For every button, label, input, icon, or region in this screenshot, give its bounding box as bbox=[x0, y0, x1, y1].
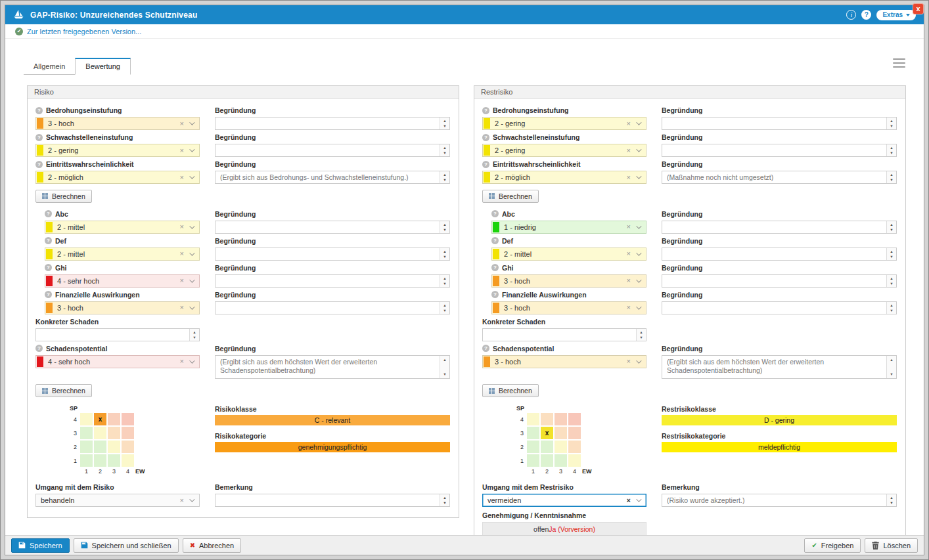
rating-select[interactable]: 2 - gering bbox=[482, 144, 646, 157]
spinner-up-icon[interactable] bbox=[443, 223, 446, 226]
berechnen-button[interactable]: Berechnen bbox=[35, 384, 92, 397]
clear-icon[interactable] bbox=[180, 304, 184, 311]
spinner-down-icon[interactable] bbox=[890, 501, 893, 505]
chevron-down-icon[interactable] bbox=[636, 173, 641, 179]
help-icon[interactable]: ? bbox=[861, 10, 871, 20]
rating-select[interactable]: 3 - hoch bbox=[45, 301, 200, 314]
spinner-down-icon[interactable] bbox=[890, 178, 893, 182]
help-icon[interactable] bbox=[35, 134, 43, 141]
help-icon[interactable] bbox=[35, 107, 43, 114]
spinner-up-icon[interactable] bbox=[890, 276, 893, 280]
abbrechen-button[interactable]: Abbrechen bbox=[183, 538, 242, 553]
konkreter-schaden-input[interactable] bbox=[482, 328, 646, 341]
list-view-icon[interactable] bbox=[893, 58, 905, 68]
spinner-up-icon[interactable] bbox=[443, 303, 446, 307]
berechnen-button[interactable]: Berechnen bbox=[35, 190, 92, 203]
begruendung-input[interactable] bbox=[215, 248, 450, 261]
spinner-down-icon[interactable] bbox=[890, 309, 893, 312]
help-icon[interactable] bbox=[491, 237, 499, 244]
chevron-down-icon[interactable] bbox=[636, 146, 641, 152]
spinner-down-icon[interactable] bbox=[443, 372, 446, 376]
clear-icon[interactable] bbox=[627, 277, 631, 284]
spinner[interactable] bbox=[886, 171, 896, 183]
begruendung-input[interactable] bbox=[662, 117, 897, 130]
begruendung-input[interactable] bbox=[215, 274, 450, 288]
spinner[interactable] bbox=[886, 356, 896, 378]
bemerkung-input[interactable] bbox=[215, 494, 450, 507]
help-icon[interactable] bbox=[482, 107, 489, 114]
spinner-down-icon[interactable] bbox=[443, 151, 446, 155]
spinner-down-icon[interactable] bbox=[639, 335, 643, 339]
spinner[interactable] bbox=[886, 494, 896, 506]
spinner-up-icon[interactable] bbox=[890, 119, 893, 123]
help-icon[interactable] bbox=[45, 264, 52, 271]
clear-icon[interactable] bbox=[180, 174, 184, 181]
spinner[interactable] bbox=[886, 221, 896, 233]
chevron-down-icon[interactable] bbox=[636, 223, 641, 228]
loeschen-button[interactable]: Löschen bbox=[865, 538, 918, 553]
spinner[interactable] bbox=[886, 144, 896, 156]
spinner-down-icon[interactable] bbox=[443, 228, 446, 232]
begruendung-input[interactable]: (Ergibt sich aus Bedrohungs- und Schwach… bbox=[215, 171, 450, 184]
spinner-up-icon[interactable] bbox=[890, 303, 893, 307]
spinner[interactable] bbox=[886, 248, 896, 260]
spinner-down-icon[interactable] bbox=[443, 282, 446, 286]
spinner[interactable] bbox=[886, 302, 896, 314]
spinner-up-icon[interactable] bbox=[443, 496, 446, 500]
begruendung-input[interactable] bbox=[662, 221, 897, 234]
help-icon[interactable] bbox=[35, 161, 43, 168]
spinner[interactable] bbox=[440, 248, 449, 260]
berechnen-button[interactable]: Berechnen bbox=[482, 384, 539, 397]
spinner-down-icon[interactable] bbox=[443, 309, 446, 312]
help-icon[interactable] bbox=[35, 345, 43, 352]
chevron-down-icon[interactable] bbox=[636, 358, 641, 363]
begruendung-input[interactable] bbox=[215, 221, 450, 234]
umgang-select[interactable]: behandeln bbox=[35, 494, 200, 507]
clear-icon[interactable] bbox=[627, 223, 631, 230]
freigeben-button[interactable]: Freigeben bbox=[804, 538, 861, 553]
spinner-down-icon[interactable] bbox=[443, 124, 446, 128]
spinner-up-icon[interactable] bbox=[890, 173, 893, 177]
extras-button[interactable]: Extras bbox=[876, 10, 916, 20]
clear-icon[interactable] bbox=[180, 147, 184, 154]
spinner-down-icon[interactable] bbox=[193, 335, 196, 339]
spinner-up-icon[interactable] bbox=[639, 330, 643, 334]
begruendung-input[interactable] bbox=[215, 301, 450, 314]
chevron-down-icon[interactable] bbox=[189, 250, 194, 255]
konkreter-schaden-input[interactable] bbox=[35, 328, 200, 341]
spinner-up-icon[interactable] bbox=[890, 249, 893, 253]
spinner[interactable] bbox=[440, 494, 449, 506]
clear-icon[interactable] bbox=[627, 304, 631, 311]
spinner-up-icon[interactable] bbox=[890, 358, 893, 362]
help-icon[interactable] bbox=[482, 345, 489, 352]
spinner-up-icon[interactable] bbox=[443, 173, 446, 177]
begruendung-input[interactable] bbox=[215, 144, 450, 157]
help-icon[interactable] bbox=[45, 237, 52, 244]
spinner-up-icon[interactable] bbox=[443, 249, 446, 253]
chevron-down-icon[interactable] bbox=[189, 358, 194, 363]
spinner-down-icon[interactable] bbox=[890, 124, 893, 128]
spinner[interactable] bbox=[440, 275, 449, 287]
rating-select[interactable]: 3 - hoch bbox=[482, 355, 646, 368]
spinner-down-icon[interactable] bbox=[443, 178, 446, 182]
clear-icon[interactable] bbox=[627, 147, 631, 154]
chevron-down-icon[interactable] bbox=[636, 496, 641, 502]
clear-icon[interactable] bbox=[627, 358, 631, 365]
chevron-down-icon[interactable] bbox=[189, 146, 194, 152]
speichern-button[interactable]: Speichern bbox=[11, 538, 70, 553]
clear-icon[interactable] bbox=[180, 223, 184, 230]
help-icon[interactable] bbox=[491, 291, 499, 298]
spinner-up-icon[interactable] bbox=[443, 146, 446, 150]
rating-select[interactable]: 2 - gering bbox=[482, 117, 646, 130]
tab-bewertung[interactable]: Bewertung bbox=[75, 58, 131, 75]
chevron-down-icon[interactable] bbox=[189, 496, 194, 502]
berechnen-button[interactable]: Berechnen bbox=[482, 190, 539, 203]
spinner-down-icon[interactable] bbox=[890, 228, 893, 232]
spinner-down-icon[interactable] bbox=[890, 372, 893, 376]
rating-select[interactable]: 3 - hoch bbox=[491, 301, 646, 314]
help-icon[interactable] bbox=[45, 291, 52, 298]
rating-select[interactable]: 1 - niedrig bbox=[491, 221, 646, 234]
begruendung-input[interactable]: (Ergibt sich aus dem höchsten Wert der e… bbox=[662, 355, 897, 379]
clear-icon[interactable] bbox=[180, 497, 184, 504]
spinner-up-icon[interactable] bbox=[890, 223, 893, 226]
